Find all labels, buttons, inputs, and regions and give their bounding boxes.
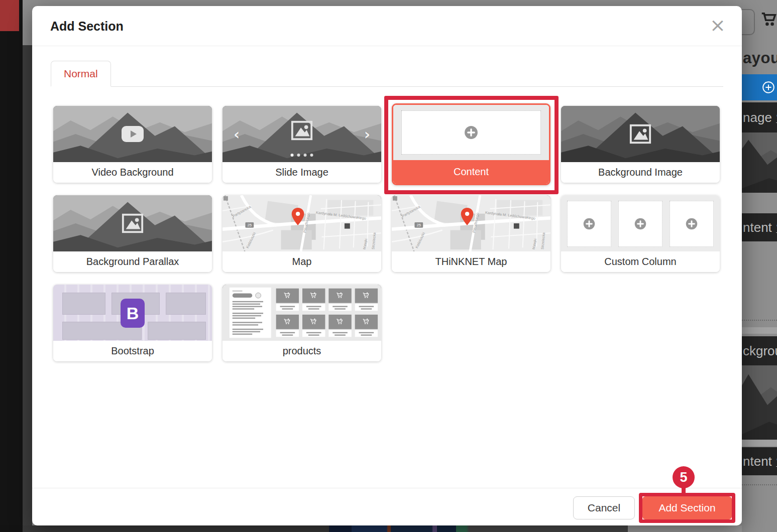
plus-circle-icon bbox=[634, 217, 647, 231]
slide-image-preview: ‹ › bbox=[223, 106, 381, 162]
section-gap bbox=[742, 327, 777, 334]
background-image-preview bbox=[561, 106, 720, 162]
tile-label: products bbox=[223, 341, 381, 361]
image-icon bbox=[290, 119, 313, 142]
page-edge-strip bbox=[23, 0, 32, 532]
section-label: ntent bbox=[743, 454, 772, 469]
modal-footer: Cancel 5 Add Section bbox=[32, 488, 742, 525]
modal-header: Add Section × bbox=[32, 6, 742, 46]
close-icon[interactable]: × bbox=[708, 15, 728, 35]
content-drop-zone bbox=[401, 110, 541, 155]
column-placeholder bbox=[670, 201, 714, 247]
column-placeholder bbox=[567, 201, 611, 247]
custom-column-preview bbox=[561, 195, 720, 251]
section-tile-map[interactable]: Map bbox=[223, 195, 381, 272]
tile-label: Slide Image bbox=[223, 162, 381, 183]
carousel-dots bbox=[291, 154, 313, 157]
play-icon bbox=[118, 122, 147, 146]
tile-label: Bootstrap bbox=[53, 341, 212, 361]
thinknet-map-preview bbox=[392, 195, 550, 251]
section-tile-content[interactable]: Content bbox=[392, 103, 550, 185]
column-placeholder bbox=[618, 201, 662, 247]
map-preview bbox=[223, 195, 381, 251]
section-tile-slide-image[interactable]: ‹ › Slide Image bbox=[223, 106, 381, 183]
modal-title: Add Section bbox=[50, 19, 124, 34]
tile-label: Content bbox=[393, 160, 549, 184]
plus-circle-icon bbox=[762, 81, 775, 94]
layout-section-header: ntent ✎ bbox=[742, 447, 777, 475]
image-icon bbox=[121, 212, 144, 235]
section-tile-products[interactable]: products bbox=[223, 285, 381, 361]
section-tile-video-background[interactable]: Video Background bbox=[53, 106, 212, 183]
tile-label: Background Parallax bbox=[53, 251, 212, 272]
section-tile-background-parallax[interactable]: Background Parallax bbox=[53, 195, 212, 272]
layout-panel-title: ayout bbox=[743, 49, 777, 67]
section-tile-custom-column[interactable]: Custom Column bbox=[561, 195, 720, 272]
plus-circle-icon bbox=[685, 217, 699, 231]
cancel-button[interactable]: Cancel bbox=[573, 496, 635, 519]
section-type-grid: Video Background ‹ › Slide Image bbox=[53, 106, 742, 361]
section-tile-bootstrap[interactable]: B Bootstrap bbox=[53, 285, 212, 361]
drop-placeholder-line bbox=[742, 320, 777, 321]
sidebar-active-item bbox=[0, 0, 19, 31]
bootstrap-logo: B bbox=[121, 299, 145, 328]
add-layout-bar bbox=[742, 74, 777, 100]
add-section-modal: Add Section × Normal Video Background ‹ bbox=[32, 6, 742, 525]
page-bottom-peek bbox=[0, 525, 777, 532]
layout-panel-peek: ayout nage ✎ ntent ✎ ckgroun ntent ✎ bbox=[742, 0, 777, 532]
video-background-preview bbox=[53, 106, 212, 162]
plus-circle-icon bbox=[464, 125, 479, 141]
tile-label: THiNKNET Map bbox=[392, 251, 550, 272]
shopping-cart-icon bbox=[760, 10, 777, 28]
annotation-step-number: 5 bbox=[673, 466, 695, 488]
drop-placeholder-line bbox=[742, 484, 777, 485]
products-preview bbox=[223, 285, 381, 341]
tab-normal[interactable]: Normal bbox=[51, 61, 111, 87]
layout-section-header: ntent ✎ bbox=[742, 213, 777, 241]
plus-circle-icon bbox=[583, 217, 596, 231]
image-icon bbox=[629, 122, 652, 146]
layout-section-header: ckgroun bbox=[742, 336, 777, 365]
add-section-button[interactable]: Add Section bbox=[642, 496, 732, 519]
tile-label: Background Image bbox=[561, 162, 720, 183]
layout-section-header: nage ✎ bbox=[742, 102, 777, 132]
section-label: ckgroun bbox=[743, 343, 777, 359]
layout-section-thumb bbox=[742, 132, 777, 193]
section-tile-thinknet-map[interactable]: THiNKNET Map bbox=[392, 195, 550, 272]
content-preview bbox=[393, 105, 549, 160]
tab-bar: Normal bbox=[51, 61, 723, 87]
annotation-highlight-add-section: Add Section bbox=[639, 493, 735, 523]
background-parallax-preview bbox=[53, 195, 212, 251]
chevron-right-icon: › bbox=[364, 127, 370, 142]
section-tile-background-image[interactable]: Background Image bbox=[561, 106, 720, 183]
section-label: nage bbox=[743, 110, 772, 125]
tile-label: Video Background bbox=[53, 162, 212, 183]
tile-label: Map bbox=[223, 251, 381, 272]
tile-label: Custom Column bbox=[561, 251, 720, 272]
app-sidebar bbox=[0, 0, 23, 532]
layout-section-thumb bbox=[742, 365, 777, 440]
bootstrap-preview: B bbox=[53, 285, 212, 341]
section-gap bbox=[742, 440, 777, 446]
chevron-left-icon: ‹ bbox=[234, 127, 240, 142]
section-label: ntent bbox=[743, 220, 772, 235]
